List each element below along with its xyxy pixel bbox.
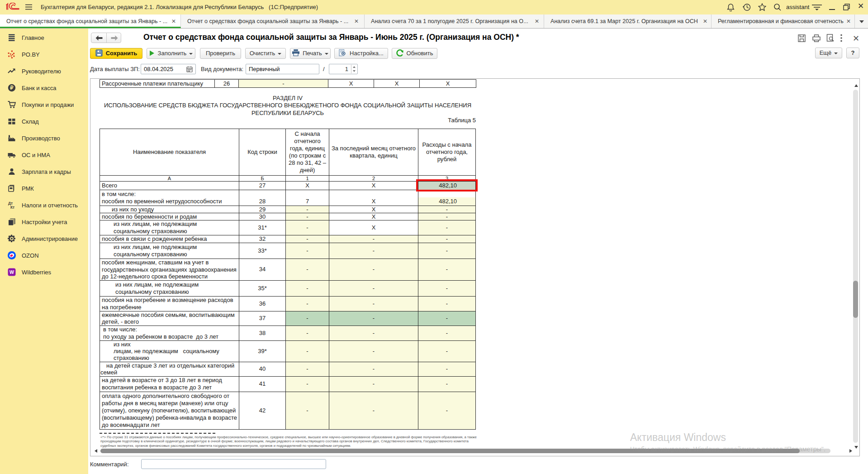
svg-text:W: W (9, 269, 14, 275)
svg-text:₽: ₽ (10, 85, 14, 91)
svg-text:Кт: Кт (10, 205, 14, 210)
